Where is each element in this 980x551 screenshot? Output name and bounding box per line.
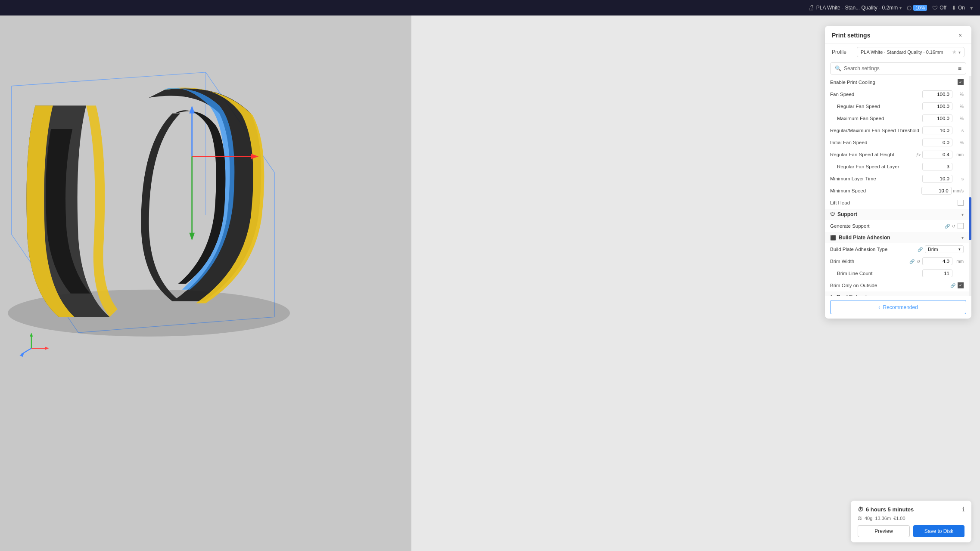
initial-fan-unit: % bbox=[954, 140, 964, 145]
brim-outside-checkbox[interactable]: ✓ bbox=[958, 282, 964, 288]
fan-layer-input[interactable] bbox=[922, 163, 952, 170]
panel-title: Print settings bbox=[832, 32, 870, 39]
setting-fan-speed: Fan Speed % bbox=[825, 88, 969, 100]
generate-support-reset-icon[interactable]: ↺ bbox=[952, 223, 956, 229]
panel-header: Print settings × bbox=[825, 26, 971, 43]
dual-extrusion-section-header[interactable]: ⇆ Dual Extrusion ▾ bbox=[825, 291, 969, 296]
initial-fan-input[interactable] bbox=[922, 139, 952, 146]
support-control[interactable]: 🛡 Off bbox=[932, 5, 946, 11]
profile-chevron: ▾ bbox=[899, 6, 902, 10]
profile-chevron-icon[interactable]: ▾ bbox=[958, 50, 961, 55]
adhesion-type-icons: 🔗 bbox=[917, 247, 923, 252]
brim-outside-link-icon[interactable]: 🔗 bbox=[950, 283, 956, 288]
download-control[interactable]: ⬇ On bbox=[952, 5, 965, 11]
infill-badge: 10% bbox=[913, 5, 927, 11]
adhesion-type-link-icon[interactable]: 🔗 bbox=[917, 247, 923, 252]
profile-name: PLA White - Stan... Quality - 0.2mm bbox=[816, 5, 898, 11]
viewport-3d[interactable] bbox=[0, 15, 411, 551]
panel-close-button[interactable]: × bbox=[956, 31, 964, 40]
save-to-disk-button[interactable]: Save to Disk bbox=[913, 525, 964, 537]
profile-row: Profile PLA White · Standard Quality · 0… bbox=[825, 43, 971, 61]
scrollbar-track[interactable] bbox=[969, 76, 971, 296]
estimate-panel: ⏱ 6 hours 5 minutes ℹ ⚖ 40g 13.36m €1.00… bbox=[851, 501, 971, 542]
lift-head-checkbox[interactable] bbox=[958, 200, 964, 206]
min-layer-time-input[interactable] bbox=[922, 175, 952, 183]
generate-support-link-icon[interactable]: 🔗 bbox=[944, 223, 950, 229]
fan-height-input[interactable] bbox=[922, 151, 952, 158]
min-speed-label: Minimum Speed bbox=[830, 188, 920, 193]
length-value: 13.36m bbox=[875, 516, 891, 521]
lift-head-label: Lift Head bbox=[830, 200, 956, 205]
profile-selector[interactable]: 🖨 PLA White - Stan... Quality - 0.2mm ▾ bbox=[808, 4, 902, 12]
build-plate-section-header[interactable]: ⬛ Build Plate Adhesion ▾ bbox=[825, 232, 969, 243]
svg-marker-12 bbox=[45, 347, 49, 350]
brim-width-input[interactable] bbox=[922, 257, 952, 265]
recommended-button[interactable]: ‹ Recommended bbox=[830, 300, 966, 314]
svg-marker-16 bbox=[19, 352, 24, 357]
setting-generate-support: Generate Support 🔗 ↺ bbox=[825, 220, 969, 232]
scrollbar-thumb[interactable] bbox=[969, 197, 971, 240]
estimate-actions: Preview Save to Disk bbox=[858, 525, 964, 537]
min-layer-time-label: Minimum Layer Time bbox=[830, 176, 921, 181]
setting-brim-width: Brim Width 🔗 ↺ mm bbox=[825, 255, 969, 267]
fan-height-unit: mm bbox=[954, 152, 964, 157]
setting-brim-line-count: Brim Line Count bbox=[825, 267, 969, 279]
setting-brim-outside: Brim Only on Outside 🔗 ✓ bbox=[825, 279, 969, 291]
support-section-title: 🛡 Support bbox=[830, 211, 857, 217]
search-input[interactable] bbox=[844, 65, 955, 71]
regular-fan-speed-unit: % bbox=[954, 104, 964, 109]
brim-line-count-input[interactable] bbox=[922, 269, 952, 277]
profile-icons: ★ ▾ bbox=[952, 49, 961, 55]
brim-width-label: Brim Width bbox=[830, 259, 907, 264]
brim-line-count-label: Brim Line Count bbox=[830, 271, 921, 276]
build-plate-icon: ⬛ bbox=[830, 235, 836, 241]
fan-speed-label: Fan Speed bbox=[830, 92, 921, 97]
regular-fan-speed-label: Regular Fan Speed bbox=[830, 104, 921, 109]
profile-select[interactable]: PLA White · Standard Quality · 0.16mm ★ … bbox=[857, 47, 964, 57]
fan-height-fx-icon[interactable]: ƒx bbox=[916, 152, 921, 157]
fan-speed-unit: % bbox=[954, 92, 964, 97]
weight-value: 40g bbox=[865, 516, 872, 521]
brim-width-reset-icon[interactable]: ↺ bbox=[916, 259, 921, 264]
dual-extrusion-chevron: ▾ bbox=[961, 295, 964, 296]
preview-button[interactable]: Preview bbox=[858, 525, 910, 537]
generate-support-checkbox[interactable] bbox=[958, 223, 964, 229]
setting-fan-threshold: Regular/Maximum Fan Speed Threshold s bbox=[825, 124, 969, 136]
setting-adhesion-type: Build Plate Adhesion Type 🔗 Brim ▾ bbox=[825, 243, 969, 255]
enable-print-cooling-label: Enable Print Cooling bbox=[830, 80, 956, 85]
setting-min-speed: Minimum Speed mm/s bbox=[825, 185, 969, 197]
estimate-info-icon[interactable]: ℹ bbox=[962, 506, 964, 513]
topbar-chevron[interactable]: ▾ bbox=[970, 5, 973, 11]
brim-width-link-icon[interactable]: 🔗 bbox=[909, 259, 915, 264]
adhesion-type-dropdown[interactable]: Brim ▾ bbox=[925, 245, 964, 253]
cost-value: €1.00 bbox=[893, 516, 905, 521]
regular-fan-speed-input[interactable] bbox=[922, 102, 952, 110]
setting-min-layer-time: Minimum Layer Time s bbox=[825, 173, 969, 185]
setting-regular-fan-speed: Regular Fan Speed % bbox=[825, 100, 969, 112]
fan-threshold-label: Regular/Maximum Fan Speed Threshold bbox=[830, 128, 921, 133]
menu-icon[interactable]: ≡ bbox=[958, 65, 961, 72]
enable-print-cooling-checkbox[interactable]: ✓ bbox=[958, 79, 964, 85]
fan-threshold-input[interactable] bbox=[922, 127, 952, 134]
infill-control[interactable]: ⬡ 10% bbox=[907, 5, 927, 11]
profile-star-icon[interactable]: ★ bbox=[952, 49, 957, 55]
settings-content-wrapper: Enable Print Cooling ✓ Fan Speed % Regul… bbox=[825, 76, 971, 296]
support-section-header[interactable]: 🛡 Support ▾ bbox=[825, 209, 969, 220]
settings-content: Enable Print Cooling ✓ Fan Speed % Regul… bbox=[825, 76, 969, 296]
max-fan-speed-input[interactable] bbox=[922, 115, 952, 122]
brim-outside-icons: 🔗 bbox=[950, 283, 956, 288]
fan-height-label: Regular Fan Speed at Height bbox=[830, 152, 915, 157]
search-bar: 🔍 ≡ bbox=[830, 62, 966, 74]
top-bar-controls: 🖨 PLA White - Stan... Quality - 0.2mm ▾ … bbox=[808, 4, 973, 12]
min-speed-input[interactable] bbox=[921, 187, 952, 195]
setting-fan-layer: Regular Fan Speed at Layer bbox=[825, 161, 969, 173]
fan-threshold-unit: s bbox=[954, 128, 964, 133]
brim-outside-label: Brim Only on Outside bbox=[830, 283, 948, 288]
setting-max-fan-speed: Maximum Fan Speed % bbox=[825, 112, 969, 124]
setting-fan-height: Regular Fan Speed at Height ƒx mm bbox=[825, 149, 969, 161]
build-plate-chevron: ▾ bbox=[961, 235, 964, 240]
fan-speed-input[interactable] bbox=[922, 90, 952, 98]
min-layer-time-unit: s bbox=[954, 176, 964, 181]
brim-width-icons: 🔗 ↺ bbox=[909, 259, 921, 264]
svg-marker-6 bbox=[189, 105, 195, 113]
